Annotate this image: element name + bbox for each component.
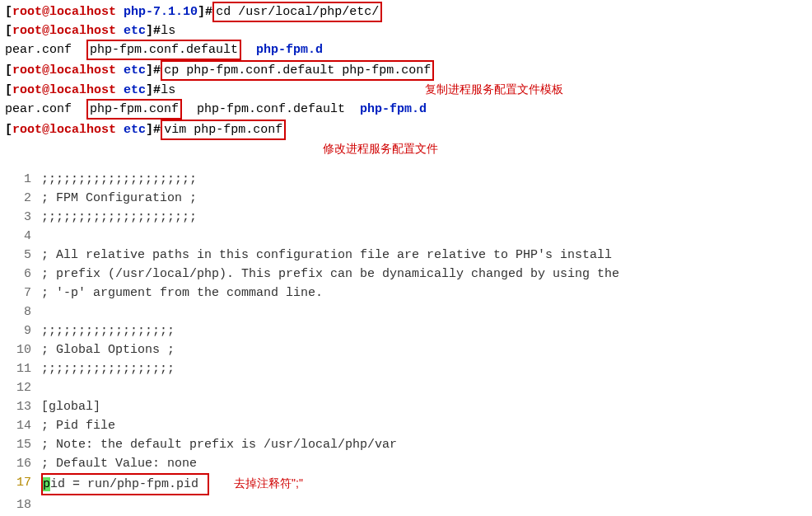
host: localhost bbox=[49, 5, 116, 19]
editor-view[interactable]: 1;;;;;;;;;;;;;;;;;;;;; 2; FPM Configurat… bbox=[5, 170, 807, 516]
cwd: php-7.1.10 bbox=[124, 5, 198, 19]
prompt-line-cp: [root@localhost etc]#cp php-fpm.conf.def… bbox=[5, 60, 807, 81]
file-php-fpm-conf-box: php-fpm.conf bbox=[86, 99, 182, 120]
cmd-cp-box: cp php-fpm.conf.default php-fpm.conf bbox=[161, 60, 434, 81]
prompt-line-cd: [root@localhost php-7.1.10]#cd /usr/loca… bbox=[5, 2, 807, 22]
cmd-vim-box: vim php-fpm.conf bbox=[161, 120, 286, 140]
prompt-line-ls1: [root@localhost etc]#ls bbox=[5, 22, 807, 40]
pid-line-box: pid = run/php-fpm.pid bbox=[41, 473, 209, 495]
ls-output-1: pear.conf php-fpm.conf.default php-fpm.d bbox=[5, 40, 807, 60]
cursor-highlight: p bbox=[43, 477, 50, 491]
current-line-number: 17 bbox=[5, 473, 41, 495]
cmd-cd-box: cd /usr/local/php/etc/ bbox=[212, 2, 382, 22]
cmd-ls: ls bbox=[161, 24, 175, 38]
annotation-remove-semicolon: 去掉注释符";" bbox=[234, 474, 303, 493]
line-number: 1 bbox=[5, 170, 41, 189]
ls-output-2: pear.conf php-fpm.conf php-fpm.conf.defa… bbox=[5, 99, 807, 120]
file-php-fpm-conf-default-box: php-fpm.conf.default bbox=[86, 40, 241, 60]
cmd-vim: vim php-fpm.conf bbox=[164, 123, 282, 137]
cmd-cd: cd /usr/local/php/etc/ bbox=[216, 5, 379, 19]
prompt-line-vim: [root@localhost etc]#vim php-fpm.conf bbox=[5, 120, 807, 140]
annotation-vim: 修改进程服务配置文件 bbox=[5, 140, 807, 158]
code-line: ;;;;;;;;;;;;;;;;;;;;; bbox=[41, 170, 807, 189]
cmd-cp: cp php-fpm.conf.default php-fpm.conf bbox=[164, 63, 431, 77]
user: root bbox=[12, 5, 42, 19]
dir-php-fpm-d: php-fpm.d bbox=[256, 43, 323, 57]
